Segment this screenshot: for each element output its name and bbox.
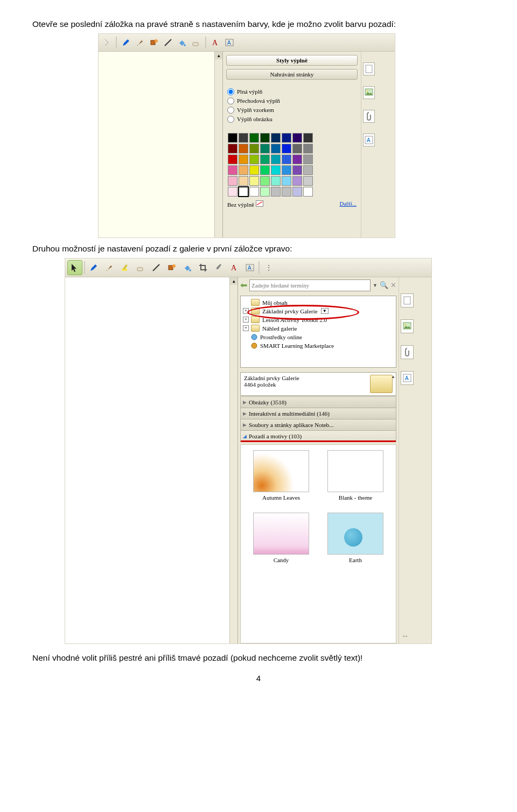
fill-type-radio[interactable]: Plná výplň: [227, 88, 357, 95]
scrollbar-vertical[interactable]: ▴: [214, 52, 222, 237]
page-icon[interactable]: [401, 293, 414, 307]
tree-item[interactable]: +Základní prvky Galerie▼: [243, 307, 394, 316]
text-box[interactable]: A: [243, 261, 257, 275]
color-swatch[interactable]: [282, 144, 291, 153]
fill-type-radio[interactable]: Výplň vzorkem: [227, 107, 357, 114]
color-swatch[interactable]: [292, 187, 302, 197]
shape[interactable]: [165, 261, 179, 275]
color-swatch[interactable]: [292, 165, 302, 175]
tree-item[interactable]: +Náhled galerie: [243, 324, 394, 333]
eraser[interactable]: [134, 261, 148, 275]
color-swatch[interactable]: [271, 187, 281, 197]
canvas-area[interactable]: ▴: [65, 277, 238, 643]
scrollbar-vertical[interactable]: ▴: [229, 277, 237, 643]
color-swatch[interactable]: [282, 176, 291, 186]
attachment-icon[interactable]: [401, 345, 414, 359]
color-swatch[interactable]: [271, 155, 281, 164]
attachment-icon[interactable]: [363, 110, 375, 123]
color-swatch[interactable]: [271, 133, 281, 143]
expand-icon[interactable]: +: [243, 325, 249, 331]
color-swatch[interactable]: [260, 165, 270, 175]
shape[interactable]: [148, 37, 160, 48]
color-swatch[interactable]: [303, 155, 313, 164]
tree-item[interactable]: SMART Learning Marketplace: [243, 341, 394, 350]
back-icon[interactable]: ⬅: [240, 280, 247, 290]
brush[interactable]: [134, 37, 146, 48]
eraser[interactable]: [190, 37, 202, 48]
no-fill-link[interactable]: Bez výplně: [227, 200, 263, 208]
color-swatch[interactable]: [239, 144, 248, 153]
gallery-thumbnail[interactable]: Blank - theme: [326, 450, 385, 501]
tree-item[interactable]: Můj obsah: [243, 298, 394, 307]
gallery-thumbnail[interactable]: Candy: [251, 513, 311, 563]
color-swatch[interactable]: [292, 144, 302, 153]
color-swatch[interactable]: [239, 176, 248, 186]
color-swatch[interactable]: [239, 155, 248, 164]
expand-icon[interactable]: +: [243, 308, 249, 314]
scroll-up-icon[interactable]: ▴: [392, 374, 395, 379]
color-swatch[interactable]: [260, 144, 270, 153]
color-swatch[interactable]: [292, 155, 302, 164]
color-swatch[interactable]: [303, 144, 313, 153]
color-swatch[interactable]: [282, 155, 291, 164]
color-swatch[interactable]: [303, 187, 313, 197]
color-swatch[interactable]: [249, 187, 259, 197]
text-box[interactable]: A: [223, 37, 235, 48]
scroll-up-icon[interactable]: ▴: [215, 52, 222, 59]
pen[interactable]: [87, 261, 101, 275]
color-swatch[interactable]: [292, 176, 302, 186]
color-swatch[interactable]: [282, 187, 291, 197]
toolbar-edge[interactable]: [101, 37, 113, 48]
color-swatch[interactable]: [271, 165, 281, 175]
pen[interactable]: [120, 37, 132, 48]
color-swatch[interactable]: [238, 186, 249, 197]
eyedropper[interactable]: [212, 261, 226, 275]
image-icon[interactable]: [363, 86, 375, 99]
double-arrow-icon[interactable]: ↔: [401, 632, 409, 640]
highlighter[interactable]: [118, 261, 132, 275]
color-swatch[interactable]: [271, 176, 281, 186]
color-swatch[interactable]: [249, 133, 259, 143]
tree-item[interactable]: +Lesson Activity Toolkit 2.0: [243, 316, 394, 324]
fill[interactable]: [180, 261, 194, 275]
color-swatch[interactable]: [228, 155, 237, 164]
gallery-thumbnail[interactable]: Autumn Leaves: [251, 450, 311, 501]
brush[interactable]: [102, 261, 116, 275]
color-swatch[interactable]: [282, 165, 291, 175]
fill-type-radio[interactable]: Výplň obrázku: [227, 116, 357, 123]
canvas-area[interactable]: ▴: [99, 52, 223, 237]
color-swatch[interactable]: [239, 165, 248, 175]
color-swatch[interactable]: [260, 155, 270, 164]
scroll-up-icon[interactable]: ▴: [230, 277, 237, 285]
clear-icon[interactable]: ✕: [390, 281, 396, 289]
color-swatch[interactable]: [292, 133, 302, 143]
accordion-item[interactable]: ▶Obrázky (3518): [240, 396, 396, 408]
dropdown-icon[interactable]: ▼: [321, 308, 329, 314]
gallery-thumbnail[interactable]: Earth: [326, 513, 385, 563]
color-swatch[interactable]: [239, 133, 248, 143]
fill[interactable]: [176, 37, 188, 48]
accordion-item[interactable]: ◢Pozadí a motivy (103): [240, 430, 396, 442]
text-box-icon[interactable]: A: [363, 134, 375, 146]
panel-subtitle[interactable]: Nahrávání stránky: [226, 69, 358, 80]
color-swatch[interactable]: [303, 133, 313, 143]
color-swatch[interactable]: [260, 187, 270, 197]
line[interactable]: [149, 261, 163, 275]
accordion-item[interactable]: ▶Interaktivní a multimediální (146): [240, 408, 396, 419]
tree-item[interactable]: Prostředky online: [243, 333, 394, 341]
color-swatch[interactable]: [249, 155, 259, 164]
accordion-item[interactable]: ▶Soubory a stránky aplikace Noteb...: [240, 419, 396, 431]
gallery-tree[interactable]: Můj obsah+Základní prvky Galerie▼+Lesson…: [240, 296, 396, 368]
search-icon[interactable]: 🔍: [380, 281, 388, 289]
text[interactable]: A: [209, 37, 221, 48]
color-swatch[interactable]: [282, 133, 291, 143]
more[interactable]: ⋮: [261, 261, 275, 275]
expand-icon[interactable]: +: [243, 317, 249, 323]
color-swatch[interactable]: [249, 144, 259, 153]
fill-type-radio[interactable]: Přechodová výplň: [227, 97, 357, 104]
text-box-icon[interactable]: A: [401, 371, 414, 385]
dropdown-icon[interactable]: ▼: [373, 283, 378, 288]
page-icon[interactable]: [363, 62, 375, 75]
pointer[interactable]: [67, 260, 82, 275]
line[interactable]: [162, 37, 174, 48]
